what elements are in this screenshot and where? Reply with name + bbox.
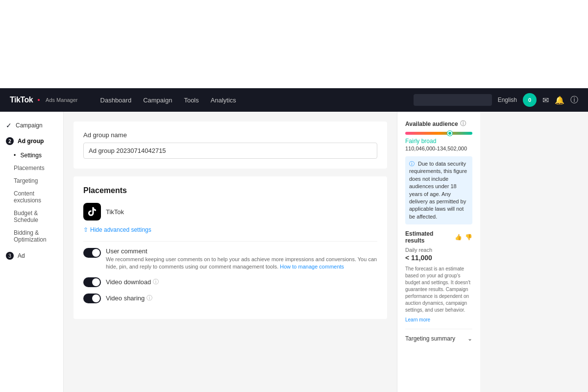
video-sharing-info-icon[interactable]: ⓘ	[147, 294, 152, 302]
placement-tiktok: TikTok	[83, 203, 377, 220]
video-sharing-row: Video sharing ⓘ	[83, 293, 377, 303]
sidebar-sub-budget-schedule[interactable]: Budget & Schedule	[0, 207, 63, 226]
navbar-right: English 0 ✉ 🔔 ⓘ	[414, 93, 578, 107]
targeting-summary[interactable]: Targeting summary ⌄	[405, 329, 472, 342]
svg-point-0	[38, 99, 40, 101]
user-comment-content: User comment We recommend keeping user c…	[106, 247, 377, 271]
brand: TikTok Ads Manager	[10, 96, 78, 104]
adgroup-name-label: Ad group name	[83, 131, 377, 139]
hide-advanced-btn[interactable]: ⇧ Hide advanced settings	[83, 226, 377, 233]
audience-range: 110,046,000-134,502,000	[405, 146, 472, 151]
sidebar-campaign-label: Campaign	[16, 122, 43, 129]
thumbs-up-icon[interactable]: 👍	[455, 234, 462, 241]
adgroup-name-card: Ad group name	[74, 122, 387, 169]
targeting-summary-label: Targeting summary	[405, 335, 455, 342]
right-panel: Available audience ⓘ Fairly broad 110,04…	[397, 112, 480, 392]
sidebar-ad-label: Ad	[18, 252, 25, 259]
chevron-down-icon: ⌄	[467, 335, 472, 342]
sidebar-sub-bidding[interactable]: Bidding & Optimization	[0, 226, 63, 246]
daily-reach-label: Daily reach	[405, 247, 472, 253]
tiktok-platform-icon	[83, 203, 101, 220]
dot-icon: •	[14, 152, 16, 159]
info-box-text: Due to data security requirements, this …	[409, 161, 467, 220]
sidebar-sub-targeting[interactable]: Targeting	[0, 174, 63, 187]
sidebar-item-campaign[interactable]: ✓ Campaign	[0, 118, 63, 133]
video-sharing-toggle[interactable]	[83, 294, 101, 303]
available-audience-title: Available audience ⓘ	[405, 120, 472, 128]
settings-label: Settings	[21, 152, 42, 159]
placements-title: Placements	[83, 186, 377, 195]
nav-campaign[interactable]: Campaign	[143, 97, 172, 104]
user-comment-slider	[83, 248, 101, 258]
daily-reach-value: < 11,000	[405, 254, 472, 262]
chevron-up-icon: ⇧	[83, 226, 88, 233]
divider-1	[83, 241, 377, 242]
video-sharing-label: Video sharing	[106, 294, 145, 302]
audience-gradient-bar	[405, 132, 472, 135]
user-comment-row: User comment We recommend keeping user c…	[83, 247, 377, 271]
nav-dashboard[interactable]: Dashboard	[100, 97, 132, 104]
ads-manager-label: Ads Manager	[46, 97, 77, 103]
tiktok-logo: TikTok	[10, 96, 33, 104]
mail-icon[interactable]: ✉	[542, 96, 549, 105]
top-whitespace	[0, 0, 588, 88]
audience-info-icon[interactable]: ⓘ	[460, 120, 466, 128]
video-download-label: Video download	[106, 278, 151, 286]
nav-analytics[interactable]: Analytics	[211, 97, 236, 104]
check-icon: ✓	[6, 122, 12, 129]
language-selector[interactable]: English	[498, 97, 517, 103]
audience-broad-label: Fairly broad	[405, 138, 472, 145]
video-sharing-slider	[83, 294, 101, 303]
help-icon[interactable]: ⓘ	[570, 95, 578, 105]
bell-icon[interactable]: 🔔	[555, 96, 564, 105]
video-download-slider	[83, 277, 101, 287]
ad-step-num: 3	[6, 252, 14, 260]
user-comment-label: User comment	[106, 247, 377, 255]
tiktok-svg	[87, 206, 98, 217]
video-download-info-icon[interactable]: ⓘ	[153, 278, 159, 286]
user-comment-toggle[interactable]	[83, 248, 101, 258]
main-layout: ✓ Campaign 2 Ad group • Settings Placeme…	[0, 112, 588, 392]
user-avatar[interactable]: 0	[523, 93, 537, 107]
adgroup-name-input[interactable]	[83, 143, 377, 159]
main-panel: Ad group name Placements TikTok ⇧ Hide a	[64, 112, 397, 392]
sidebar-adgroup-label: Ad group	[18, 138, 44, 145]
audience-marker	[447, 131, 452, 136]
video-download-content: Video download ⓘ	[106, 278, 159, 286]
user-comment-desc: We recommend keeping user comments on to…	[106, 256, 377, 271]
learn-more-link[interactable]: Learn more	[405, 317, 430, 322]
forecast-desc: The forecast is an estimate based on you…	[405, 266, 472, 314]
search-input[interactable]	[414, 94, 492, 106]
navbar: TikTok Ads Manager Dashboard Campaign To…	[0, 88, 588, 112]
adgroup-step-num: 2	[6, 137, 14, 145]
thumbs-down-icon[interactable]: 👎	[465, 234, 472, 241]
placements-card: Placements TikTok ⇧ Hide advanced settin…	[74, 176, 387, 319]
nav-tools[interactable]: Tools	[184, 97, 198, 104]
audience-info-box: ⓘ Due to data security requirements, thi…	[405, 156, 472, 224]
sidebar-item-ad[interactable]: 3 Ad	[0, 248, 63, 264]
manage-comments-link[interactable]: How to manage comments	[280, 264, 344, 270]
video-download-row: Video download ⓘ	[83, 277, 377, 287]
video-download-toggle[interactable]	[83, 277, 101, 287]
sidebar: ✓ Campaign 2 Ad group • Settings Placeme…	[0, 112, 64, 392]
sidebar-sub-content-exclusions[interactable]: Content exclusions	[0, 187, 63, 207]
estimated-results-title: Estimated results 👍 👎	[405, 230, 472, 244]
tiktok-platform-name: TikTok	[106, 208, 124, 216]
info-box-icon: ⓘ	[409, 161, 415, 167]
content-area: Ad group name Placements TikTok ⇧ Hide a	[64, 112, 588, 392]
sidebar-sub-placements[interactable]: Placements	[0, 162, 63, 174]
sidebar-item-adgroup[interactable]: 2 Ad group	[0, 133, 63, 149]
video-sharing-content: Video sharing ⓘ	[106, 294, 152, 302]
sidebar-sub-settings[interactable]: • Settings	[0, 149, 63, 162]
navbar-nav: Dashboard Campaign Tools Analytics	[100, 97, 236, 104]
hide-advanced-label: Hide advanced settings	[90, 226, 151, 233]
tiktok-dot-icon	[35, 97, 42, 103]
